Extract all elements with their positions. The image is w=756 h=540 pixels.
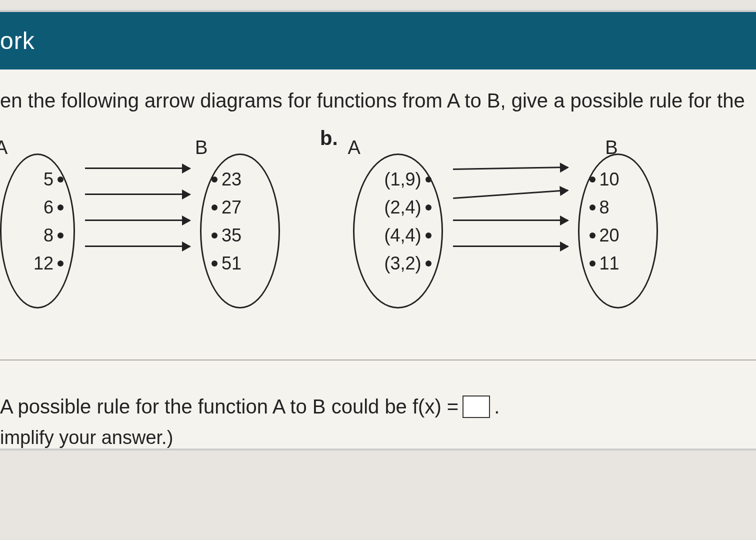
- dot-icon: [212, 204, 218, 210]
- arrow-icon: [453, 220, 568, 221]
- set-a-label: A: [0, 137, 8, 158]
- dot-icon: [426, 204, 432, 210]
- arrow-icon: [85, 194, 190, 195]
- arrow-icon: [453, 190, 568, 199]
- divider: [0, 360, 756, 360]
- domain-item: 5: [12, 169, 64, 190]
- domain-item: 8: [12, 225, 64, 246]
- range-item: 27: [212, 197, 268, 218]
- dot-icon: [58, 232, 64, 238]
- range-item: 10: [590, 169, 646, 190]
- arrow-icon: [85, 246, 190, 247]
- instruction-text: en the following arrow diagrams for func…: [0, 90, 756, 127]
- dot-icon: [58, 204, 64, 210]
- dot-icon: [426, 232, 432, 238]
- domain-item: 6: [12, 197, 64, 218]
- range-item: 23: [212, 169, 268, 190]
- diagrams-row: A 5 6 8 12 B 23: [0, 127, 756, 340]
- dot-icon: [590, 232, 596, 238]
- answer-prefix: A possible rule for the function A to B …: [0, 396, 458, 418]
- dot-icon: [58, 176, 64, 182]
- arrow-icon: [453, 246, 568, 247]
- header-bar: ork: [0, 12, 756, 70]
- dot-icon: [212, 232, 218, 238]
- dot-icon: [426, 176, 432, 182]
- dot-icon: [590, 204, 596, 210]
- arrow-icon: [85, 168, 190, 169]
- oval-b-range: 10 8 20 11: [578, 154, 658, 308]
- dot-icon: [590, 260, 596, 266]
- oval-a-range: 23 27 35 51: [200, 154, 280, 308]
- dot-icon: [590, 176, 596, 182]
- dot-icon: [212, 176, 218, 182]
- domain-item: (3,2): [364, 253, 432, 274]
- oval-a-domain: 5 6 8 12: [0, 154, 75, 308]
- header-title: ork: [0, 28, 35, 54]
- oval-b-domain: (1,9) (2,4) (4,4) (3,2): [353, 154, 443, 308]
- range-item: 20: [590, 225, 646, 246]
- dot-icon: [58, 260, 64, 266]
- range-item: 11: [590, 253, 646, 274]
- content-area: en the following arrow diagrams for func…: [0, 70, 756, 448]
- range-item: 8: [590, 197, 646, 218]
- answer-row: A possible rule for the function A to B …: [0, 380, 756, 423]
- domain-item: 12: [12, 253, 64, 274]
- answer-suffix: .: [494, 396, 500, 418]
- hint-text: implify your answer.): [0, 423, 756, 448]
- set-b-label: B: [195, 137, 208, 158]
- domain-item: (4,4): [364, 225, 432, 246]
- arrows-a: [85, 154, 190, 310]
- diagram-b: b. A (1,9) (2,4) (4,4) (3,2): [320, 137, 658, 310]
- answer-input[interactable]: [462, 396, 490, 418]
- set-a-label-b: A: [348, 137, 360, 158]
- question-frame: ork en the following arrow diagrams for …: [0, 10, 756, 450]
- range-item: 35: [212, 225, 268, 246]
- arrow-icon: [453, 166, 568, 170]
- arrows-b: [453, 154, 568, 310]
- dot-icon: [212, 260, 218, 266]
- range-item: 51: [212, 253, 268, 274]
- arrow-icon: [85, 220, 190, 221]
- domain-item: (2,4): [364, 197, 432, 218]
- dot-icon: [426, 260, 432, 266]
- domain-item: (1,9): [364, 169, 432, 190]
- diagram-a: A 5 6 8 12 B 23: [0, 137, 280, 310]
- part-b-label: b.: [320, 127, 343, 150]
